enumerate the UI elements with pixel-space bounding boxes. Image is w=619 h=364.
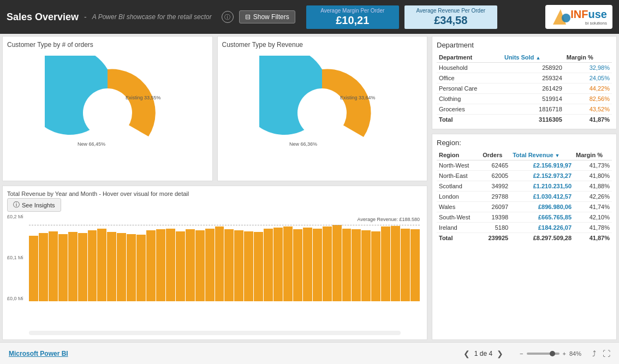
orders-cell: 34992 — [480, 181, 510, 192]
bar-item[interactable] — [323, 226, 332, 301]
margin-cell: 41,80% — [574, 171, 612, 181]
bar-item[interactable] — [68, 232, 78, 301]
zoom-slider[interactable] — [527, 353, 560, 355]
total-row: Total 3116305 41,87% — [437, 115, 612, 125]
bar-item[interactable] — [401, 229, 410, 301]
bar-item[interactable] — [78, 233, 87, 301]
bar-item[interactable] — [117, 233, 126, 301]
table-row: North-West 62465 £2.156.919,97 41,73% — [437, 160, 612, 171]
bar-item[interactable] — [166, 229, 175, 301]
total-orders: 239925 — [480, 233, 510, 243]
bar-item[interactable] — [146, 230, 156, 301]
bar-item[interactable] — [205, 229, 215, 301]
page-info: 1 de 4 — [474, 350, 492, 357]
bar-item[interactable] — [136, 235, 146, 301]
zoom-plus-icon[interactable]: + — [563, 350, 566, 357]
bar-item[interactable] — [254, 232, 263, 301]
x-axis-labels: JanuaryFebruaryMarchAprilMayJuneJulyAugu… — [7, 301, 422, 329]
table-row: Groceries 1816718 43,52% — [437, 104, 612, 115]
margin-cell: 43,52% — [564, 104, 612, 115]
revenue-chart-box: Total Revenue by Year and Month - Hover … — [2, 186, 427, 340]
units-cell: 258920 — [502, 63, 564, 73]
right-panel: Department Department Units Sold ▲ Margi… — [430, 34, 619, 342]
table-row: Household 258920 32,98% — [437, 63, 612, 73]
bar-item[interactable] — [58, 234, 68, 301]
total-units: 3116305 — [502, 115, 564, 125]
dept-cell: Personal Care — [437, 83, 502, 94]
bar-item[interactable] — [361, 230, 371, 301]
scrollbar[interactable] — [29, 331, 401, 335]
margin-cell: 42,26% — [574, 192, 612, 202]
powerbi-link[interactable]: Microsoft Power BI — [9, 350, 68, 357]
svg-point-2 — [83, 88, 132, 138]
prev-page-button[interactable]: ❮ — [463, 349, 470, 358]
table-row: Office 259324 24,05% — [437, 73, 612, 83]
bar-item[interactable] — [186, 229, 195, 301]
region-margin-col-header: Margin % — [574, 150, 612, 160]
bar-item[interactable] — [215, 226, 224, 301]
bar-item[interactable] — [156, 229, 165, 301]
logo-icon — [551, 7, 570, 27]
table-row: London 29788 £1.030.412,57 42,26% — [437, 192, 612, 202]
metric-margin-label: Average Margin Per Order — [314, 8, 391, 14]
bar-item[interactable] — [88, 230, 97, 301]
bar-item[interactable] — [29, 236, 38, 301]
units-col-header[interactable]: Units Sold ▲ — [502, 52, 564, 63]
see-insights-button[interactable]: ⓘ See Insights — [7, 198, 61, 212]
bar-item[interactable] — [107, 232, 116, 301]
bar-item[interactable] — [303, 228, 312, 301]
region-cell: Ireland — [437, 223, 480, 233]
bar-item[interactable] — [97, 229, 106, 301]
department-section: Department Department Units Sold ▲ Margi… — [432, 36, 617, 129]
bar-item[interactable] — [273, 228, 283, 301]
department-title: Department — [437, 41, 612, 49]
table-row: North-East 62005 £2.152.973,27 41,80% — [437, 171, 612, 181]
bar-item[interactable] — [371, 231, 380, 301]
bar-item[interactable] — [176, 231, 185, 301]
revenue-cell: £665.765,85 — [510, 212, 574, 223]
bar-item[interactable] — [352, 229, 361, 301]
orders-cell: 62005 — [480, 171, 510, 181]
total-margin: 41,87% — [564, 115, 612, 125]
bar-item[interactable] — [313, 229, 322, 301]
bar-item[interactable] — [264, 229, 273, 301]
orders-col-header: Orders — [480, 150, 510, 160]
bar-item[interactable] — [410, 229, 420, 301]
revenue-cell: £1.210.231,50 — [510, 181, 574, 192]
region-cell: South-West — [437, 212, 480, 223]
info-icon[interactable]: ⓘ — [222, 11, 234, 23]
metric-revenue-card: Average Revenue Per Order £34,58 — [404, 5, 497, 29]
show-filters-button[interactable]: ⊟ Show Filters — [239, 10, 295, 23]
logo-area: INFuse bi solutions — [545, 5, 612, 29]
bar-item[interactable] — [39, 233, 48, 301]
bar-item[interactable] — [49, 231, 58, 301]
bar-item[interactable] — [391, 226, 400, 301]
next-page-button[interactable]: ❯ — [497, 349, 503, 358]
bar-item[interactable] — [342, 229, 352, 301]
margin-cell: 24,05% — [564, 73, 612, 83]
zoom-minus-icon[interactable]: − — [520, 350, 523, 357]
total-revenue: £8.297.509,28 — [510, 233, 574, 243]
bar-item[interactable] — [293, 229, 302, 301]
table-row: Scotland 34992 £1.210.231,50 41,88% — [437, 181, 612, 192]
bar-item[interactable] — [127, 234, 136, 301]
share-icon[interactable]: ⤴ — [592, 349, 596, 358]
donut2-svg: New 66,36% Existing 33,64% — [259, 56, 385, 170]
zoom-area: − + 84% — [520, 350, 581, 357]
revenue-chart-title: Total Revenue by Year and Month - Hover … — [7, 190, 189, 197]
bar-item[interactable] — [234, 230, 243, 301]
margin-col-header: Margin % — [564, 52, 612, 63]
bar-item[interactable] — [244, 231, 253, 301]
region-cell: Wales — [437, 202, 480, 212]
table-row: Wales 26097 £896.980,06 41,74% — [437, 202, 612, 212]
total-margin: 41,87% — [574, 233, 612, 243]
bar-item[interactable] — [283, 226, 293, 301]
expand-icon[interactable]: ⛶ — [603, 349, 610, 358]
margin-cell: 82,56% — [564, 94, 612, 104]
bar-item[interactable] — [224, 229, 234, 301]
metric-revenue-label: Average Revenue Per Order — [412, 8, 490, 14]
bar-item[interactable] — [332, 225, 342, 301]
bar-item[interactable] — [381, 226, 390, 301]
total-revenue-col-header[interactable]: Total Revenue ▼ — [510, 150, 574, 160]
bar-item[interactable] — [195, 230, 205, 301]
